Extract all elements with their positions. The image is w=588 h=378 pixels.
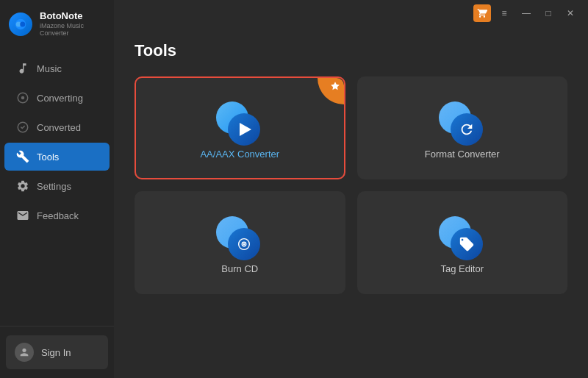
avatar-icon (15, 343, 34, 362)
sidebar-item-feedback-label: Feedback (37, 210, 79, 221)
cd-icon (216, 216, 263, 263)
maximize-button[interactable]: □ (539, 4, 557, 22)
tool-label-tag: Tag Editor (440, 263, 484, 274)
sidebar-item-music-label: Music (37, 63, 62, 74)
minimize-button[interactable]: — (517, 4, 535, 22)
sign-in-label: Sign In (41, 347, 71, 358)
app-logo: BotoNote iMazone Music Converter (0, 0, 114, 48)
tools-icon (16, 150, 29, 163)
sidebar-item-feedback[interactable]: Feedback (4, 202, 110, 229)
tool-card-format-converter[interactable]: Format Converter (357, 76, 568, 179)
tool-card-burn-cd[interactable]: Burn CD (135, 191, 345, 294)
svg-point-2 (20, 21, 25, 26)
svg-point-4 (21, 96, 25, 100)
format-icon (439, 101, 486, 149)
page-content: Tools AA/AAX Converter (114, 26, 588, 378)
sidebar-item-settings[interactable]: Settings (4, 172, 110, 200)
sidebar: BotoNote iMazone Music Converter Music C… (0, 0, 114, 378)
svg-point-8 (243, 243, 245, 245)
logo-text: BotoNote iMazone Music Converter (40, 10, 105, 38)
feedback-icon (16, 209, 29, 222)
app-subtitle: iMazone Music Converter (40, 22, 105, 38)
menu-button[interactable]: ≡ (495, 4, 513, 22)
page-title: Tools (135, 41, 567, 60)
cart-button[interactable] (473, 4, 491, 22)
logo-icon (9, 13, 32, 36)
sidebar-item-settings-label: Settings (37, 181, 71, 192)
tool-card-tag-editor[interactable]: Tag Editor (357, 191, 568, 294)
converted-icon (16, 121, 29, 134)
tool-badge (318, 78, 344, 104)
minimize-icon: — (522, 8, 531, 18)
sidebar-item-tools-label: Tools (37, 151, 59, 163)
tools-grid: AA/AAX Converter Format Converter (135, 76, 567, 294)
main-content: ≡ — □ ✕ Tools (114, 0, 588, 378)
maximize-icon: □ (545, 8, 551, 18)
titlebar: ≡ — □ ✕ (114, 0, 588, 26)
music-icon (16, 62, 29, 75)
sidebar-item-converted-label: Converted (37, 122, 81, 133)
menu-icon: ≡ (501, 8, 506, 18)
aax-icon (216, 101, 263, 149)
settings-icon (16, 179, 29, 193)
tool-label-aax: AA/AAX Converter (200, 149, 279, 160)
app-title: BotoNote (40, 10, 105, 22)
sidebar-nav: Music Converting Converted (0, 48, 114, 326)
close-icon: ✕ (567, 8, 574, 18)
sign-in-button[interactable]: Sign In (6, 335, 108, 369)
tool-label-format: Format Converter (425, 149, 500, 160)
close-button[interactable]: ✕ (562, 4, 579, 22)
converting-icon (16, 91, 29, 104)
tool-card-aax-converter[interactable]: AA/AAX Converter (135, 76, 345, 179)
sidebar-item-tools[interactable]: Tools (4, 143, 110, 171)
sidebar-item-converting-label: Converting (37, 93, 83, 104)
sidebar-item-converting[interactable]: Converting (4, 84, 110, 112)
tool-label-cd: Burn CD (221, 263, 258, 274)
sidebar-item-music[interactable]: Music (4, 54, 110, 82)
tag-icon (439, 216, 486, 263)
sidebar-item-converted[interactable]: Converted (4, 113, 110, 141)
sidebar-bottom: Sign In (0, 326, 114, 378)
